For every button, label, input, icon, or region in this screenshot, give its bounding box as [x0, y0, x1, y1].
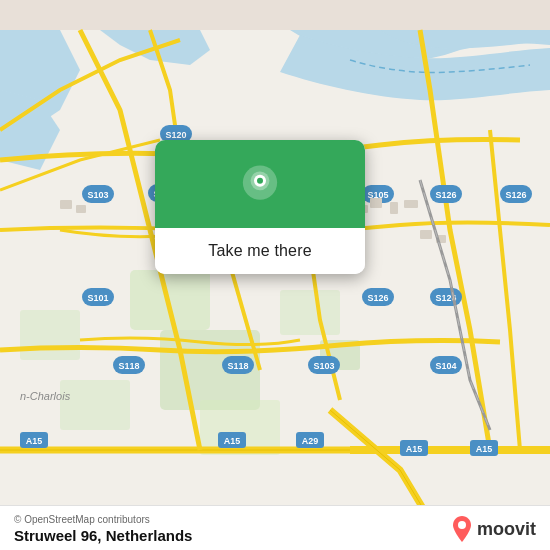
svg-rect-49: [420, 230, 432, 239]
svg-rect-47: [390, 202, 398, 214]
svg-rect-46: [370, 198, 382, 208]
svg-rect-52: [76, 205, 86, 213]
svg-text:A15: A15: [476, 444, 493, 454]
take-me-there-button[interactable]: Take me there: [155, 228, 365, 274]
svg-text:S101: S101: [87, 293, 108, 303]
svg-text:A29: A29: [302, 436, 319, 446]
svg-text:S126: S126: [435, 190, 456, 200]
moovit-text: moovit: [477, 519, 536, 540]
map-container: S103 S101 S118 S120 S121 S118 S103 S105 …: [0, 0, 550, 550]
moovit-pin-icon: [451, 515, 473, 543]
svg-text:A15: A15: [26, 436, 43, 446]
moovit-logo: moovit: [451, 515, 536, 543]
svg-text:S103: S103: [87, 190, 108, 200]
svg-point-58: [458, 521, 466, 529]
svg-text:S103: S103: [313, 361, 334, 371]
svg-text:n-Charlois: n-Charlois: [20, 390, 71, 402]
popup-card: Take me there: [155, 140, 365, 274]
svg-text:S104: S104: [435, 361, 456, 371]
svg-rect-51: [60, 200, 72, 209]
svg-rect-6: [60, 380, 130, 430]
svg-rect-3: [20, 310, 80, 360]
svg-rect-4: [280, 290, 340, 335]
svg-text:S118: S118: [118, 361, 139, 371]
svg-text:S118: S118: [227, 361, 248, 371]
svg-point-57: [257, 178, 263, 184]
location-pin-icon: [236, 162, 284, 210]
popup-header: [155, 140, 365, 228]
svg-text:S120: S120: [165, 130, 186, 140]
svg-text:A15: A15: [224, 436, 241, 446]
bottom-bar: © OpenStreetMap contributors Struweel 96…: [0, 505, 550, 550]
svg-text:A15: A15: [406, 444, 423, 454]
osm-attribution: © OpenStreetMap contributors: [14, 514, 192, 525]
svg-rect-48: [404, 200, 418, 208]
map-background: S103 S101 S118 S120 S121 S118 S103 S105 …: [0, 0, 550, 550]
bottom-info: © OpenStreetMap contributors Struweel 96…: [14, 514, 192, 544]
svg-text:S126: S126: [505, 190, 526, 200]
location-name: Struweel 96, Netherlands: [14, 527, 192, 544]
svg-text:S126: S126: [367, 293, 388, 303]
